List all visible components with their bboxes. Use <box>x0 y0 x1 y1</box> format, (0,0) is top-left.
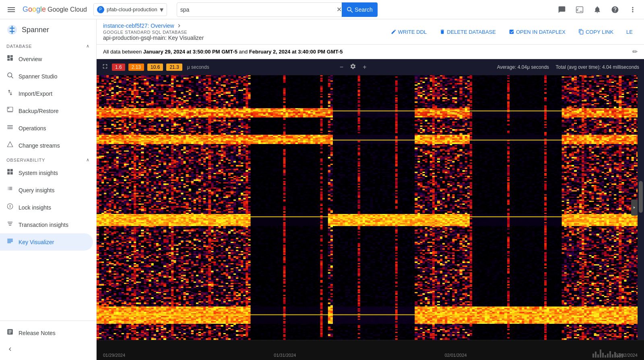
copy-link-button[interactable]: COPY LINK <box>574 27 618 37</box>
breadcrumb: instance-cebf5f27: Overview <box>103 23 204 29</box>
sidebar-item-operations[interactable]: Operations <box>0 119 93 137</box>
settings-button[interactable] <box>347 62 359 73</box>
svg-point-8 <box>8 73 12 77</box>
more-icon[interactable] <box>625 2 641 18</box>
svg-rect-18 <box>600 350 601 358</box>
overview-icon <box>6 54 14 64</box>
sidebar-item-transaction-insights[interactable]: Transaction insights <box>0 216 93 233</box>
collapse-obs-icon: ∧ <box>86 157 90 163</box>
search-clear-icon[interactable]: ✕ <box>336 6 342 13</box>
project-name: pfab-cloud-production <box>107 6 157 12</box>
sidebar-item-import-export[interactable]: Import/Export <box>0 85 93 102</box>
subheader-actions: WRITE DDL DELETE DATABASE OPEN IN DATAPL… <box>386 27 638 37</box>
svg-rect-15 <box>592 354 594 358</box>
import-export-icon <box>6 89 14 98</box>
search-input[interactable] <box>180 6 337 13</box>
svg-rect-26 <box>619 353 621 358</box>
viz-toolbar: 1.6 2.13 10.6 21.3 μ seconds − + Average… <box>97 59 644 75</box>
query-insights-icon <box>6 185 14 195</box>
svg-rect-21 <box>607 354 609 358</box>
topbar: Google Google Cloud P pfab-cloud-product… <box>0 0 644 19</box>
bell-icon[interactable] <box>589 2 605 18</box>
help-icon[interactable] <box>607 2 623 18</box>
key-visualizer-icon <box>6 237 14 247</box>
svg-rect-20 <box>605 355 606 358</box>
svg-point-3 <box>347 7 351 11</box>
unit-label: μ seconds <box>187 64 209 70</box>
le-button[interactable]: LE <box>621 27 638 37</box>
svg-rect-11 <box>8 108 9 109</box>
legend-2[interactable]: 2.13 <box>128 64 144 71</box>
write-ddl-button[interactable]: WRITE DDL <box>386 27 432 37</box>
sidebar-item-lock-insights[interactable]: Lock insights <box>0 199 93 216</box>
expand-button[interactable] <box>101 63 109 72</box>
search-bar: ✕ Search <box>177 2 378 17</box>
scroll-thumb[interactable] <box>639 181 643 213</box>
date-range-text: All data between January 29, 2024 at 3:5… <box>103 49 343 55</box>
operations-icon <box>6 123 14 133</box>
sidebar-item-query-insights[interactable]: Query insights <box>0 181 93 199</box>
date-range-bar: All data between January 29, 2024 at 3:5… <box>97 45 644 59</box>
terminal-icon[interactable] <box>572 2 588 18</box>
legend-4[interactable]: 21.3 <box>166 64 182 71</box>
sidebar-item-spanner-studio[interactable]: Spanner Studio <box>0 68 93 85</box>
open-dataplex-button[interactable]: OPEN IN DATAPLEX <box>504 27 570 37</box>
svg-marker-13 <box>7 142 13 147</box>
zoom-in-button[interactable]: + <box>360 62 369 72</box>
heatmap-area <box>97 75 644 340</box>
spanner-studio-icon <box>6 72 14 81</box>
sidebar-item-key-visualizer[interactable]: Key Visualizer <box>0 233 93 251</box>
stats-total: Total (avg over time): 4.04 milliseconds <box>556 64 639 70</box>
system-insights-icon <box>6 168 14 177</box>
svg-rect-25 <box>617 355 618 358</box>
google-cloud-logo: Google Google Cloud <box>23 5 87 14</box>
observability-section-header[interactable]: OBSERVABILITY ∧ <box>0 154 96 164</box>
date-start: January 29, 2024 at 3:50:00 PM GMT-5 <box>143 49 237 55</box>
svg-rect-19 <box>602 353 604 358</box>
lock-insights-icon <box>6 203 14 212</box>
heatmap-canvas <box>97 75 644 340</box>
viz-toolbar-left: 1.6 2.13 10.6 21.3 μ seconds <box>101 63 209 72</box>
transaction-insights-icon <box>6 220 14 229</box>
timeline-label-2: 02/01/2024 <box>445 353 467 358</box>
subheader: instance-cebf5f27: Overview GOOGLE STAND… <box>97 19 644 45</box>
zoom-out-button[interactable]: − <box>337 62 346 72</box>
stats-avg: Average: 4.04μ seconds <box>497 64 549 70</box>
project-icon: P <box>97 6 104 13</box>
edit-date-icon[interactable]: ✏ <box>632 48 638 56</box>
sidebar-item-change-streams[interactable]: Change streams <box>0 137 93 154</box>
sidebar-item-overview[interactable]: Overview <box>0 50 93 68</box>
delete-database-button[interactable]: DELETE DATABASE <box>435 27 501 37</box>
timeline-labels: 01/29/2024 01/31/2024 02/01/2024 02/02/2… <box>103 353 638 358</box>
viz-controls: − + <box>337 62 369 73</box>
svg-rect-24 <box>614 352 616 358</box>
date-end: February 2, 2024 at 3:40:00 PM GMT-5 <box>249 49 343 55</box>
db-name: api-production-gsql-main: Key Visualizer <box>103 35 204 41</box>
project-selector[interactable]: P pfab-cloud-production ▾ <box>93 3 167 16</box>
menu-button[interactable] <box>3 2 19 18</box>
sidebar-item-release-notes[interactable]: Release Notes <box>0 324 93 341</box>
timeline-label-1: 01/31/2024 <box>274 353 296 358</box>
svg-line-4 <box>351 10 353 12</box>
breadcrumb-instance[interactable]: instance-cebf5f27: Overview <box>103 23 174 29</box>
search-button[interactable]: Search <box>342 2 377 17</box>
sidebar-bottom: Release Notes <box>0 321 96 360</box>
svg-rect-16 <box>595 352 597 358</box>
svg-rect-1 <box>8 9 15 10</box>
change-streams-icon <box>6 141 14 150</box>
sidebar-collapse-button[interactable] <box>0 341 96 357</box>
svg-rect-23 <box>612 354 613 358</box>
database-section-header[interactable]: DATABASE ∧ <box>0 40 96 50</box>
svg-rect-22 <box>609 351 611 358</box>
legend-1[interactable]: 1.6 <box>112 64 125 71</box>
mini-chart <box>592 346 625 358</box>
legend-3[interactable]: 10.6 <box>147 64 163 71</box>
sidebar-item-backup-restore[interactable]: Backup/Restore <box>0 102 93 119</box>
svg-line-9 <box>11 76 13 78</box>
collapse-icon: ∧ <box>86 43 90 49</box>
topbar-actions <box>554 2 641 18</box>
sidebar-item-system-insights[interactable]: System insights <box>0 164 93 181</box>
side-expand-button[interactable] <box>631 200 638 216</box>
chat-icon[interactable] <box>554 2 570 18</box>
viz-scrollbar <box>638 75 644 340</box>
